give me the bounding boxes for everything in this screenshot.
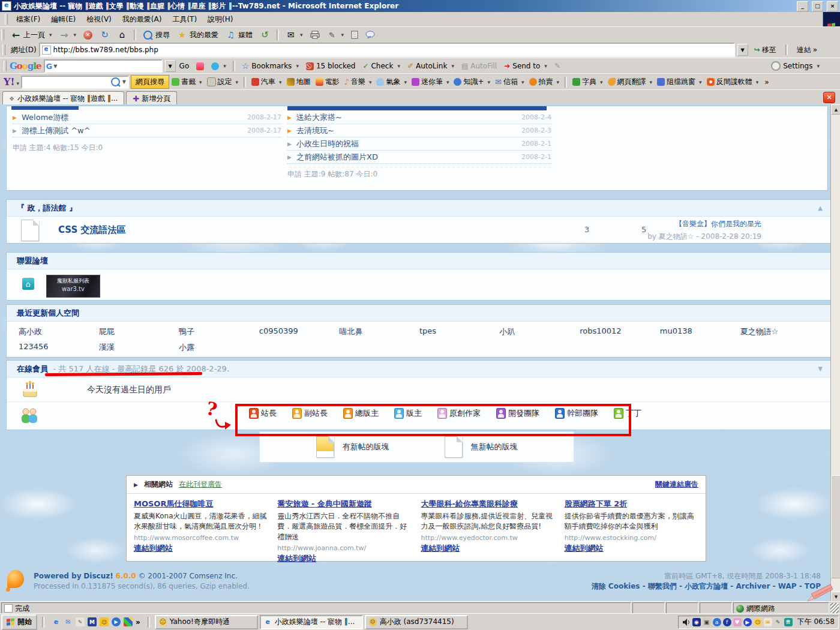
user-link[interactable]: 小露 xyxy=(179,342,259,353)
forum-link[interactable]: CSS 交流語法區 xyxy=(58,224,125,236)
menu-tools[interactable]: 工具(T) xyxy=(167,13,202,26)
photos-icon[interactable] xyxy=(124,617,133,626)
pet-icon[interactable]: ☺ xyxy=(100,617,109,626)
editor-icon[interactable]: ✎ xyxy=(76,617,85,626)
search-button[interactable]: 搜尋 xyxy=(139,28,173,42)
new-tab-button[interactable]: ✚ 新增分頁 xyxy=(126,91,177,105)
home-button[interactable]: ⌂ xyxy=(113,28,131,42)
thread-row[interactable]: ▶ 游標上傳測試 ^w^ 2008-2-17 xyxy=(13,124,281,137)
google-search-dropdown[interactable]: ▼ xyxy=(165,60,176,72)
smiley-tray-icon[interactable]: ☺ xyxy=(754,618,762,626)
google-settings-button[interactable]: Settings xyxy=(771,61,820,71)
yahoo-auction-button[interactable]: 拍賣 xyxy=(527,76,562,88)
discuss-button[interactable] xyxy=(362,29,379,41)
autofill-button[interactable]: ▤ AutoFill xyxy=(458,60,500,72)
discuz-brand-link[interactable]: Discuz! xyxy=(83,572,113,580)
user-link[interactable]: 鴨子 xyxy=(179,326,259,337)
thread-row[interactable]: ▶ 送給大家搭~ 2008-2-4 xyxy=(287,111,551,124)
collapse-icon[interactable]: ▼ xyxy=(818,361,823,377)
google-bookmarks-button[interactable]: ☆ Bookmarks xyxy=(238,59,302,73)
last-post-link[interactable]: 【音樂盒】你們是我的星光 xyxy=(647,219,761,229)
toolbar-grip[interactable] xyxy=(5,14,8,25)
yahoo-web-search-button[interactable]: 網頁搜尋 xyxy=(131,75,169,89)
ad-visit-link[interactable]: 連結到網站 xyxy=(565,543,698,554)
yahoo-popup-blocker-button[interactable]: 阻擋跳窗 xyxy=(655,76,704,88)
app-pink-icon[interactable]: ♥ xyxy=(733,618,742,626)
ad-title-link[interactable]: MOSOR馬仕得咖啡豆 xyxy=(134,499,268,510)
yahoo-logo[interactable]: Y! xyxy=(4,76,19,88)
quick-launch-overflow-chevron[interactable]: » xyxy=(136,618,140,626)
minimize-button[interactable]: _ xyxy=(797,1,808,11)
ad-visit-link[interactable]: 連結到網站 xyxy=(421,543,555,554)
thread-row[interactable]: ▶ Welome游標 2008-2-17 xyxy=(13,111,281,124)
ime-icon[interactable]: 書 xyxy=(784,618,793,626)
thread-row[interactable]: ▶ 去清境玩~ 2008-2-3 xyxy=(287,124,551,137)
scroll-up-button[interactable]: ▲ xyxy=(831,104,840,115)
footer-links[interactable]: 清除 Cookies - 聯繫我們 - 小政官方論壇 - Archiver - … xyxy=(592,581,821,592)
google-comment-button[interactable] xyxy=(208,61,230,72)
yahoo-translate-button[interactable]: 網頁翻譯 xyxy=(605,76,655,88)
media-player-icon[interactable]: ▶ xyxy=(743,618,752,626)
pen-tray-icon[interactable]: ✎ xyxy=(774,618,782,626)
task-window-messenger[interactable]: ☺ Yahoo!奇摩即時通 xyxy=(155,615,258,629)
publish-ad-link[interactable]: 在此刊登廣告 xyxy=(179,479,222,490)
yahoo-settings-button[interactable]: 設定 xyxy=(205,76,241,88)
dropdown-arrow-icon[interactable]: ▼ xyxy=(122,79,126,85)
close-button[interactable]: × xyxy=(827,1,838,11)
google-search-input[interactable]: G ▼ xyxy=(44,59,163,73)
messenger-a-icon[interactable]: a xyxy=(713,618,721,626)
user-link[interactable]: c0950399 xyxy=(259,326,340,337)
page-button[interactable] xyxy=(347,29,362,41)
go-button[interactable]: ↪ 移至 xyxy=(751,44,780,56)
toolbar-grip[interactable] xyxy=(2,44,5,55)
maximize-button[interactable]: □ xyxy=(812,1,823,11)
user-link[interactable]: 喵北鼻 xyxy=(339,326,419,337)
menu-favorites[interactable]: 我的最愛(A) xyxy=(117,13,167,26)
mail-button[interactable]: ✉ xyxy=(282,28,307,42)
ad-visit-link[interactable]: 連結到網站 xyxy=(277,553,411,565)
thread-title[interactable]: 之前網站被抓的圖片XD xyxy=(296,152,378,163)
address-dropdown-button[interactable]: ▼ xyxy=(737,44,748,56)
active-tab[interactable]: ❖ 小政娛樂論壇 -- 寵物 ‖遊戲 ‖... xyxy=(2,91,124,105)
toolbar-grip[interactable] xyxy=(1,29,4,40)
last-post-by[interactable]: by 夏之物語☆ - 2008-2-28 20:19 xyxy=(647,232,761,242)
ad-title-link[interactable]: 大學眼科-給你專業眼科診療 xyxy=(421,499,555,510)
task-window-forum[interactable]: e 小政娛樂論壇 -- 寵物 ‖... xyxy=(260,615,363,629)
resize-grip[interactable] xyxy=(830,603,839,614)
yahoo-search-input[interactable]: ▼ xyxy=(21,76,129,89)
thread-title[interactable]: 小政生日時的祝福 xyxy=(296,139,359,149)
stop-button[interactable]: ✕ xyxy=(80,29,96,41)
dropdown-arrow-icon[interactable]: ▼ xyxy=(53,64,57,69)
user-link[interactable]: 123456 xyxy=(19,342,99,353)
refresh-button[interactable]: ↻ xyxy=(96,28,113,42)
user-link[interactable]: robs10012 xyxy=(580,326,660,337)
player-icon[interactable]: ▶ xyxy=(112,617,121,626)
yahoo-bookmarks-button[interactable]: 書籤 xyxy=(169,76,205,88)
spellcheck-button[interactable]: ✓ Check xyxy=(359,60,404,72)
thread-title[interactable]: 送給大家搭~ xyxy=(296,112,342,123)
toolbar-close-button[interactable]: ✕ xyxy=(823,92,835,103)
messenger-f-icon[interactable]: f xyxy=(723,618,731,626)
user-link[interactable]: mu0138 xyxy=(660,326,740,337)
yahoo-weather-button[interactable]: 氣象 xyxy=(374,76,409,88)
yahoo-music-button[interactable]: ♪音樂 xyxy=(342,76,374,88)
print-button[interactable] xyxy=(307,29,323,41)
menu-view[interactable]: 檢視(V) xyxy=(81,13,117,26)
ad-title-link[interactable]: 股票網路下單 2折 xyxy=(565,499,698,510)
task-window-chat[interactable]: ☺ 高小政 (asd7374415) xyxy=(365,615,468,629)
user-link[interactable]: 高小政 xyxy=(19,326,99,337)
ad-title-link[interactable]: 喬安旅遊 - 金典中國新遊蹤 xyxy=(277,499,411,510)
user-link[interactable]: 漢漢 xyxy=(99,342,179,353)
yahoo-cars-button[interactable]: 汽車 xyxy=(249,76,284,88)
user-link[interactable]: 小趴 xyxy=(500,326,580,337)
keyword-ads-link[interactable]: 關鍵連結廣告 xyxy=(655,479,698,490)
network-icon[interactable]: ▣ xyxy=(703,618,711,626)
links-button[interactable]: 連結 » xyxy=(793,44,821,56)
section-header[interactable]: 聯盟論壇 xyxy=(7,253,832,269)
section-header[interactable]: 『 政，語法館 』 ▲ xyxy=(7,200,832,217)
messenger-icon[interactable]: M xyxy=(88,617,97,626)
google-go-button[interactable]: Go xyxy=(176,60,193,72)
thread-row[interactable]: ▶ 小政生日時的祝福 2008-2-1 xyxy=(287,137,551,151)
edit-button[interactable]: ✎ xyxy=(323,28,348,42)
popup-blocked-button[interactable]: ⃠ 15 blocked xyxy=(302,60,359,72)
